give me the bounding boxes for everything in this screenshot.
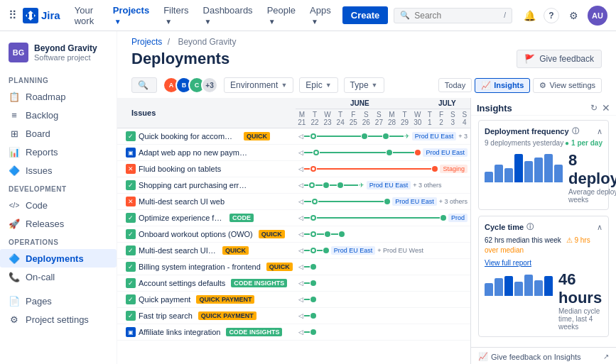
insight-feedback-button[interactable]: 📈 Give feedback on Insights ↗ bbox=[471, 347, 616, 364]
settings-icon[interactable]: ⚙ bbox=[565, 7, 582, 24]
table-row: ✓ Account settings defaults CODE INSIGHT… bbox=[117, 275, 470, 292]
people-link[interactable]: People ▼ bbox=[261, 2, 301, 29]
cycle-time-info[interactable]: ⓘ bbox=[526, 222, 534, 232]
issue-name[interactable]: Billing system integration - frontend bbox=[139, 263, 261, 271]
cycle-link-row: View full report bbox=[485, 258, 603, 268]
gantt-cell: ◁ Prod EU East + Prod EU West bbox=[296, 243, 470, 259]
environment-filter[interactable]: Environment ▼ bbox=[224, 77, 293, 93]
issue-badge: CODE INSIGHTS bbox=[231, 279, 287, 287]
sidebar-item-backlog[interactable]: ≡ Backlog bbox=[0, 106, 117, 124]
issue-name[interactable]: Fast trip search bbox=[139, 311, 193, 320]
bar-4 bbox=[514, 154, 523, 182]
env-tag: Prod EU East bbox=[392, 197, 437, 206]
search-filter[interactable]: 🔍 bbox=[131, 77, 157, 93]
sidebar-item-project-settings[interactable]: ⚙ Project settings bbox=[0, 310, 117, 329]
sidebar-item-code[interactable]: </> Code bbox=[0, 196, 117, 214]
deploy-count: 8 deployments bbox=[568, 151, 616, 188]
issue-name[interactable]: Multi-dest search UI mobileweb bbox=[139, 246, 217, 255]
cycle-hours-info: 46 hours Median cycle time, last 4 weeks bbox=[558, 270, 603, 331]
issues-icon: 🔷 bbox=[9, 165, 20, 176]
sidebar-item-oncall[interactable]: 📞 On-call bbox=[0, 268, 117, 286]
day-30: W30 bbox=[411, 109, 424, 128]
insights-tab[interactable]: 📈 Insights bbox=[475, 78, 530, 93]
breadcrumb-projects[interactable]: Projects bbox=[131, 37, 162, 47]
epic-filter[interactable]: Epic ▼ bbox=[299, 77, 337, 93]
issue-name[interactable]: Adapt web app no new payments provide... bbox=[139, 148, 249, 157]
issue-name[interactable]: Optimize experience for mobile web bbox=[139, 214, 224, 222]
gantt-cell: ◁ ✈ Prod EU East bbox=[296, 128, 470, 145]
issue-cell: ▣ Adapt web app no new payments provide.… bbox=[117, 145, 296, 160]
issue-type-icon: ✓ bbox=[126, 213, 136, 223]
sidebar-item-pages[interactable]: 📄 Pages bbox=[0, 292, 117, 310]
issue-cell: ✓ Billing system integration - frontend … bbox=[117, 259, 296, 275]
search-box[interactable]: 🔍 / bbox=[394, 8, 512, 23]
feedback-button[interactable]: 🚩 Give feedback bbox=[517, 50, 602, 68]
june-header: JUNE bbox=[296, 98, 424, 109]
issue-name[interactable]: Fluid booking on tablets bbox=[139, 165, 221, 173]
deploy-count-info: 8 deployments Average deployments, last … bbox=[568, 151, 616, 204]
insights-close-icon[interactable]: ✕ bbox=[602, 102, 610, 114]
search-shortcut: / bbox=[504, 11, 506, 19]
project-settings-icon: ⚙ bbox=[9, 314, 20, 325]
sidebar-item-issues[interactable]: 🔷 Issues bbox=[0, 161, 117, 180]
environment-label: Environment bbox=[230, 80, 278, 90]
sidebar-item-board[interactable]: ⊞ Board bbox=[0, 124, 117, 143]
sidebar-item-deployments[interactable]: 🔷 Deployments bbox=[0, 249, 117, 268]
notifications-icon[interactable]: 🔔 bbox=[521, 7, 538, 24]
dashboards-link[interactable]: Dashboards ▼ bbox=[198, 2, 259, 29]
cycle-full-report-link[interactable]: View full report bbox=[485, 259, 531, 267]
issue-name[interactable]: Shopping cart purchasing error - quick f… bbox=[139, 181, 249, 189]
day-27: S27 bbox=[372, 109, 385, 128]
type-arrow: ▼ bbox=[372, 82, 378, 89]
search-input[interactable] bbox=[414, 11, 499, 21]
code-label: Code bbox=[26, 200, 48, 211]
create-button[interactable]: Create bbox=[342, 6, 388, 24]
day-24: T24 bbox=[334, 109, 347, 128]
project-header: BG Beyond Gravity Software project bbox=[0, 37, 117, 71]
view-settings-button[interactable]: ⚙ View settings bbox=[533, 78, 602, 93]
cycle-time-section: Cycle time ⓘ ∧ 62 hrs median this week ⚠… bbox=[478, 216, 609, 337]
today-button[interactable]: Today bbox=[438, 78, 472, 92]
projects-link[interactable]: Projects ▼ bbox=[107, 2, 155, 29]
type-filter[interactable]: Type ▼ bbox=[344, 77, 384, 93]
page-title: Deployments bbox=[131, 50, 517, 68]
breadcrumb: Projects / Beyond Gravity bbox=[117, 31, 616, 48]
issue-name[interactable]: Quick payment bbox=[139, 295, 190, 304]
cbar-4 bbox=[514, 282, 523, 296]
filters-link[interactable]: Filters ▼ bbox=[158, 2, 194, 29]
logo[interactable]: Jira bbox=[23, 8, 60, 23]
deployments-label: Deployments bbox=[26, 253, 84, 264]
cycle-time-expand[interactable]: ∧ bbox=[597, 223, 603, 232]
issue-badge: QUICK bbox=[266, 263, 293, 271]
july-header: JULY bbox=[424, 98, 470, 109]
issue-cell: ✓ Shopping cart purchasing error - quick… bbox=[117, 177, 296, 193]
sidebar-item-releases[interactable]: 🚀 Releases bbox=[0, 214, 117, 233]
help-icon[interactable]: ? bbox=[544, 8, 559, 23]
issue-name[interactable]: Account settings defaults bbox=[139, 279, 225, 287]
roadmap-label: Roadmap bbox=[26, 92, 65, 102]
feedback-chart-icon: 📈 bbox=[478, 352, 488, 361]
your-work-link[interactable]: Your work bbox=[69, 2, 104, 29]
gantt-cell: ◁ bbox=[296, 292, 470, 308]
gantt-cell: ◁ ✈ Prod EU East bbox=[296, 177, 470, 194]
bar-2 bbox=[495, 165, 503, 182]
gantt-cell: ◁ bbox=[296, 308, 470, 324]
issue-type-icon: ✓ bbox=[126, 278, 136, 288]
apps-link[interactable]: Apps ▼ bbox=[304, 2, 337, 29]
issue-name[interactable]: Quick booking for accommodations bbox=[139, 132, 238, 140]
user-avatar[interactable]: AU bbox=[588, 6, 607, 26]
sidebar-item-reports[interactable]: 📊 Reports bbox=[0, 143, 117, 161]
grid-icon[interactable]: ⠿ bbox=[9, 9, 17, 22]
avatar-filter[interactable]: A B C +3 bbox=[163, 77, 218, 94]
main-layout: BG Beyond Gravity Software project PLANN… bbox=[0, 31, 616, 364]
cycle-sub: Median cycle time, last 4 weeks bbox=[558, 307, 603, 331]
sidebar-item-roadmap[interactable]: 📋 Roadmap bbox=[0, 87, 117, 106]
issue-name[interactable]: Affiliate links integration bbox=[139, 328, 220, 336]
deploy-freq-expand[interactable]: ∧ bbox=[597, 127, 603, 136]
issue-name[interactable]: Multi-dest search UI web bbox=[139, 197, 225, 206]
issue-name[interactable]: Onboard workout options (OWO) bbox=[139, 230, 253, 238]
pages-icon: 📄 bbox=[9, 295, 20, 307]
deploy-freq-info[interactable]: ⓘ bbox=[572, 126, 579, 136]
insights-refresh-icon[interactable]: ↻ bbox=[590, 103, 598, 113]
bar-3 bbox=[504, 168, 513, 182]
